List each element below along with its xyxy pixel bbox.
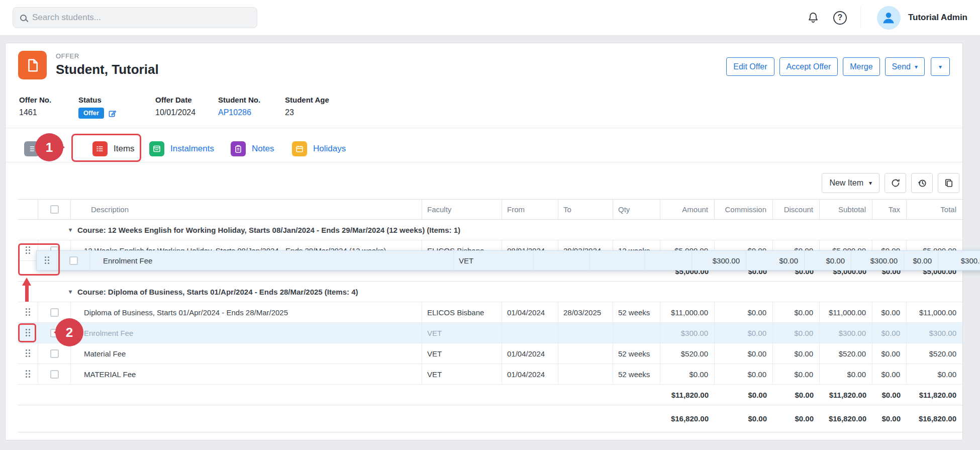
tab-instalments[interactable]: Instalments [149,141,214,156]
tab-items-label: Items [114,144,135,154]
dragged-row-enrolment-fee[interactable]: Enrolment Fee VET $300.00 $0.00 $0.00 $3… [36,250,980,271]
help-button[interactable]: ? [833,11,847,25]
subtotal-discount: $0.00 [773,385,820,405]
cell-total: $11,000.00 [907,302,962,322]
cell-amount: $300.00 [692,251,746,270]
cell-commission: $0.00 [715,302,773,322]
new-item-label: New Item [829,178,863,188]
drag-handle-icon [26,329,30,337]
tab-items[interactable]: Items [92,141,135,156]
table-header-row: Description Faculty From To Qty Amount C… [18,199,962,220]
cell-description: Enrolment Fee [90,251,454,270]
cell-qty: 52 weeks [613,364,660,384]
row-checkbox[interactable] [69,256,78,265]
search-input[interactable] [32,13,250,23]
new-item-button[interactable]: New Item ▾ [822,173,879,193]
cell-discount: $0.00 [773,302,820,322]
row-checkbox[interactable] [50,370,59,379]
header-from: From [502,200,558,219]
subtotal-amount: $11,820.00 [660,385,715,405]
status-label: Status [78,96,155,104]
drag-handle[interactable] [18,343,38,364]
table-row-diploma[interactable]: Diploma of Business, Starts 01/Apr/2024 … [18,302,962,323]
cell-discount: $0.00 [773,323,820,343]
more-actions-button[interactable]: ▾ [931,57,950,76]
tabs-row: Items Instalments Notes [6,135,962,162]
drag-handle[interactable] [18,240,38,260]
accept-offer-button[interactable]: Accept Offer [779,57,838,76]
edit-status-button[interactable] [108,109,117,118]
person-icon [881,10,896,25]
cell-qty [613,323,660,343]
collapse-caret-icon[interactable]: ▾ [69,226,72,233]
drag-handle[interactable] [18,364,38,384]
cell-tax: $0.00 [872,323,907,343]
drag-handle[interactable] [37,251,57,270]
student-no-link[interactable]: AP10286 [218,108,251,117]
send-button[interactable]: Send ▾ [885,57,925,76]
tab-holidays-label: Holidays [313,144,346,154]
header-subtotal: Subtotal [820,200,872,219]
grand-commission: $0.00 [715,405,773,432]
table-row-enrolment-source[interactable]: Enrolment Fee VET $300.00 $0.00 $0.00 $3… [18,323,962,343]
tab-notes-label: Notes [252,144,274,154]
user-menu[interactable]: Tutorial Admin [860,6,967,29]
edit-offer-button[interactable]: Edit Offer [726,57,774,76]
student-no-label: Student No. [218,96,285,104]
tab-holidays[interactable]: Holidays [292,141,346,156]
notifications-button[interactable] [807,11,820,24]
offer-date-value: 10/01/2024 [155,108,218,118]
cell-faculty: VET [422,364,502,384]
document-icon [25,58,40,73]
group-row-course-2[interactable]: ▾ Course: Diploma of Business, Starts 01… [18,282,962,302]
field-offer-date: Offer Date 10/01/2024 [155,96,218,119]
merge-button[interactable]: Merge [843,57,879,76]
row-checkbox[interactable] [50,308,59,317]
field-offer-no: Offer No. 1461 [19,96,78,119]
drag-handle[interactable] [18,323,38,343]
items-list-icon [92,141,108,156]
row-checkbox[interactable] [50,349,59,358]
subtotal-subtotal: $11,820.00 [820,385,872,405]
copy-button[interactable] [938,173,959,193]
cell-amount: $520.00 [660,343,715,364]
items-toolbar: New Item ▾ [6,162,962,193]
cell-faculty: ELICOS Bisbane [422,302,502,322]
avatar [877,6,901,30]
cell-to [558,364,613,384]
page-title: Student, Tutorial [56,62,159,77]
offer-header: OFFER Student, Tutorial Edit Offer Accep… [6,43,962,79]
search-box[interactable] [13,7,257,28]
caret-down-icon: ▾ [869,180,872,186]
history-button[interactable] [911,173,933,193]
header-faculty: Faculty [422,200,502,219]
student-age-value: 23 [285,108,329,118]
cell-commission: $0.00 [715,364,773,384]
table-row-material[interactable]: Material Fee VET 01/04/2024 52 weeks $52… [18,343,962,364]
cell-faculty: VET [454,251,534,270]
items-table: Description Faculty From To Qty Amount C… [18,199,962,432]
drag-handle[interactable] [18,302,38,322]
cell-to [558,343,613,364]
table-row-material-2[interactable]: MATERIAL Fee VET 01/04/2024 52 weeks $0.… [18,364,962,385]
offer-fields: Offer No. 1461 Status Offer Offer Date 1… [6,96,962,119]
tab-notes[interactable]: Notes [231,141,274,156]
cell-total: $0.00 [907,364,962,384]
collapse-caret-icon[interactable]: ▾ [69,288,72,295]
pencil-icon [108,109,117,118]
subtotal-total: $11,820.00 [907,385,962,405]
divider [6,128,962,128]
cell-discount: $0.00 [773,364,820,384]
refresh-button[interactable] [885,173,906,193]
header-to: To [558,200,613,219]
cell-commission: $0.00 [746,251,805,270]
topbar: ? Tutorial Admin [0,0,980,36]
subtotal-commission: $0.00 [715,385,773,405]
select-all-checkbox[interactable] [50,205,59,214]
cell-description: Diploma of Business, Starts 01/Apr/2024 … [71,302,422,322]
field-status: Status Offer [78,96,155,119]
group-row-course-1[interactable]: ▾ Course: 12 Weeks English for Working H… [18,220,962,240]
grand-amount: $16,820.00 [660,405,715,432]
bell-icon [807,11,820,24]
drag-handle-icon [26,246,30,254]
